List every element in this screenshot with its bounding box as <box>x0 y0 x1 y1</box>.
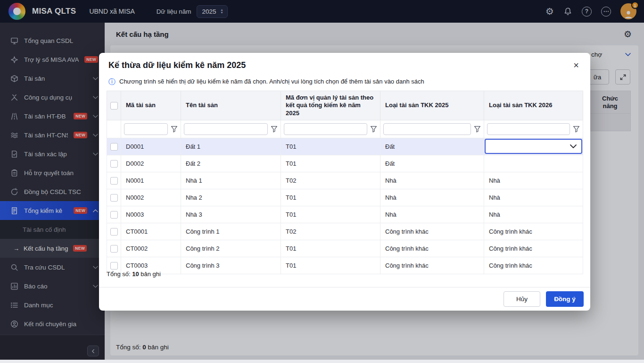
cell-name: Đất 1 <box>181 138 281 155</box>
filter-cell-code <box>121 120 181 138</box>
modal-record-count-unit: bản ghi <box>140 270 161 278</box>
row-checkbox[interactable] <box>110 262 118 270</box>
filter-input-code[interactable] <box>124 123 168 135</box>
cell-code: D0001 <box>121 138 181 155</box>
table-row-CT0001: CT0001Công trình 1T02Công trình khácCông… <box>107 223 583 240</box>
modal-record-count-value: 10 <box>132 270 139 278</box>
filter-input-name[interactable] <box>184 123 268 135</box>
row-checkbox[interactable] <box>110 245 118 253</box>
row-select-cell <box>107 240 121 257</box>
row-select-cell <box>107 172 121 189</box>
chevron-down-icon <box>570 144 577 148</box>
filter-input-type_2025[interactable] <box>383 123 471 135</box>
horizontal-scrollbar[interactable] <box>0 360 644 363</box>
cell-code: D0002 <box>121 155 181 172</box>
cell-code: N0002 <box>121 189 181 206</box>
row-checkbox[interactable] <box>110 211 118 219</box>
table-row-D0002: D0002Đất 2T01Đất <box>107 155 583 172</box>
cell-type_2025: Công trình khác <box>380 240 484 257</box>
row-checkbox[interactable] <box>110 177 118 185</box>
cell-type_2025: Công trình khác <box>380 223 484 240</box>
cell-type_2025: Đất <box>380 155 484 172</box>
filter-cell-empty <box>107 120 121 138</box>
type-2026-dropdown[interactable] <box>485 139 582 154</box>
column-header-code[interactable]: Mã tài sản <box>121 91 181 120</box>
inventory-table: Mã tài sảnTên tài sảnMã đơn vị quản lý t… <box>107 91 583 274</box>
row-select-cell <box>107 206 121 223</box>
modal-info-text: Chương trình sẽ hiển thị dữ liệu kiểm kê… <box>119 78 424 85</box>
cell-unit_code: T01 <box>281 257 380 274</box>
filter-input-unit_code[interactable] <box>284 123 367 135</box>
select-all-header-cell <box>107 91 121 120</box>
row-checkbox[interactable] <box>110 160 118 168</box>
cell-type_2025: Nhà <box>380 189 484 206</box>
cell-code: N0001 <box>121 172 181 189</box>
filter-funnel-icon[interactable] <box>271 126 278 133</box>
table-filter-row <box>107 120 583 138</box>
cell-name: Nhà 3 <box>181 206 281 223</box>
row-select-cell <box>107 138 121 155</box>
cell-type_2025: Nhà <box>380 172 484 189</box>
table-row-CT0003: CT0003Công trình 3T01Công trình khácCông… <box>107 257 583 274</box>
row-select-cell <box>107 155 121 172</box>
column-header-name[interactable]: Tên tài sản <box>181 91 281 120</box>
modal-info: ⓘ Chương trình sẽ hiển thị dữ liệu kiểm … <box>108 78 424 85</box>
filter-funnel-icon[interactable] <box>171 126 178 133</box>
row-select-cell <box>107 223 121 240</box>
cell-type_2026[interactable]: Công trình khác <box>484 223 583 240</box>
filter-funnel-icon[interactable] <box>474 126 481 133</box>
filter-funnel-icon[interactable] <box>370 126 377 133</box>
ok-button[interactable]: Đồng ý <box>546 291 584 307</box>
cell-unit_code: T01 <box>281 206 380 223</box>
table-row-CT0002: CT0002Công trình 2T01Công trình khácCông… <box>107 240 583 257</box>
row-checkbox[interactable] <box>110 143 118 151</box>
filter-cell-type_2025 <box>380 120 484 138</box>
close-icon[interactable]: × <box>570 59 583 72</box>
cell-unit_code: T02 <box>281 172 380 189</box>
cell-type_2026[interactable]: Công trình khác <box>484 240 583 257</box>
row-checkbox[interactable] <box>110 228 118 236</box>
cell-unit_code: T02 <box>281 223 380 240</box>
modal-table-wrapper: Mã tài sảnTên tài sảnMã đơn vị quản lý t… <box>107 91 583 274</box>
cell-name: Đất 2 <box>181 155 281 172</box>
modal-record-count: Tổng số: 10 bản ghi <box>107 270 161 278</box>
column-header-type_2026[interactable]: Loại tài sản TKK 2026 <box>484 91 583 120</box>
cell-unit_code: T01 <box>281 240 380 257</box>
cell-name: Nha 2 <box>181 189 281 206</box>
row-select-cell <box>107 189 121 206</box>
modal-title: Kế thừa dữ liệu kiểm kê năm 2025 <box>108 60 246 70</box>
select-all-checkbox[interactable] <box>110 102 118 110</box>
cell-type_2026[interactable] <box>484 155 583 172</box>
cell-type_2025: Nhà <box>380 206 484 223</box>
filter-cell-unit_code <box>281 120 380 138</box>
cell-type_2026[interactable]: Nhà <box>484 189 583 206</box>
cell-code: CT0001 <box>121 223 181 240</box>
cell-unit_code: T01 <box>281 155 380 172</box>
cell-type_2026[interactable]: Công trình khác <box>484 257 583 274</box>
info-icon: ⓘ <box>108 78 116 85</box>
table-row-D0001: D0001Đất 1T01Đất <box>107 138 583 155</box>
cell-unit_code: T01 <box>281 138 380 155</box>
inherit-inventory-modal: Kế thừa dữ liệu kiểm kê năm 2025 × ⓘ Chư… <box>99 53 590 311</box>
cell-type_2026[interactable]: Nhà <box>484 206 583 223</box>
table-row-N0003: N0003Nhà 3T01NhàNhà <box>107 206 583 223</box>
filter-funnel-icon[interactable] <box>573 126 580 133</box>
cell-type_2026 <box>484 138 583 155</box>
table-row-N0001: N0001Nhà 1T02NhàNhà <box>107 172 583 189</box>
modal-record-count-label: Tổng số: <box>107 270 131 278</box>
row-checkbox[interactable] <box>110 194 118 202</box>
cell-type_2026[interactable]: Nhà <box>484 172 583 189</box>
filter-input-type_2026[interactable] <box>487 123 570 135</box>
filter-cell-type_2026 <box>484 120 583 138</box>
cancel-button[interactable]: Hủy <box>504 291 540 307</box>
column-header-unit_code[interactable]: Mã đơn vị quản lý tài sản theo kết quả t… <box>281 91 380 120</box>
table-row-N0002: N0002Nha 2T01NhàNhà <box>107 189 583 206</box>
filter-cell-name <box>181 120 281 138</box>
cell-name: Công trình 2 <box>181 240 281 257</box>
cell-name: Nhà 1 <box>181 172 281 189</box>
column-header-type_2025[interactable]: Loại tài sản TKK 2025 <box>380 91 484 120</box>
cell-type_2025: Đất <box>380 138 484 155</box>
modal-footer: Hủy Đồng ý <box>99 287 590 311</box>
cell-name: Công trình 1 <box>181 223 281 240</box>
table-header-row: Mã tài sảnTên tài sảnMã đơn vị quản lý t… <box>107 91 583 120</box>
